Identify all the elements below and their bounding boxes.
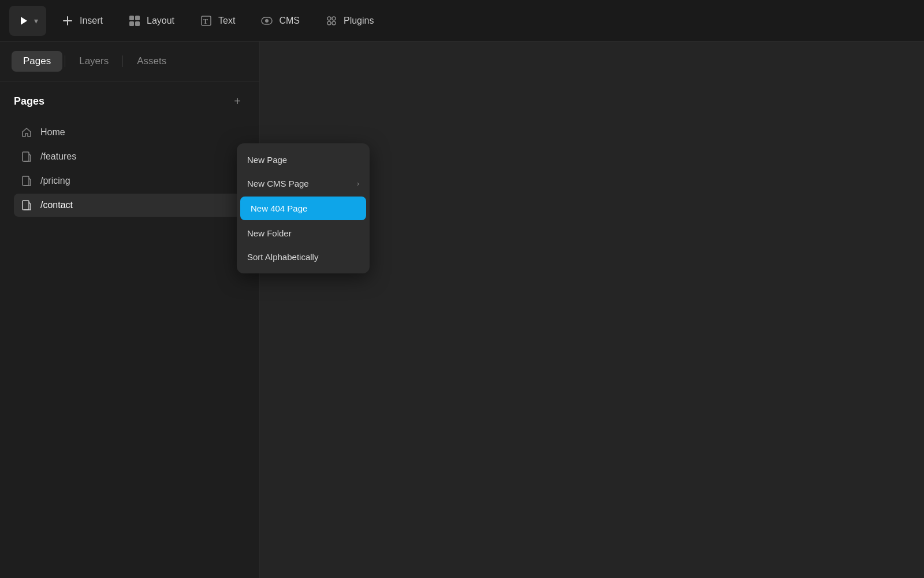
- plugins-icon: [325, 14, 338, 27]
- text-icon: T: [200, 14, 213, 27]
- main-canvas: [260, 42, 924, 578]
- cms-button[interactable]: CMS: [250, 6, 310, 36]
- svg-rect-2: [129, 16, 134, 20]
- menu-sort-alphabetically-label: Sort Alphabetically: [247, 252, 318, 262]
- menu-new-folder-label: New Folder: [247, 228, 292, 238]
- page-icon-pricing: [21, 175, 32, 187]
- plugins-button[interactable]: Plugins: [315, 6, 384, 36]
- svg-point-10: [327, 17, 331, 20]
- menu-item-new-folder[interactable]: New Folder: [237, 221, 370, 245]
- menu-item-new-page[interactable]: New Page: [237, 148, 370, 172]
- insert-label: Insert: [80, 16, 103, 26]
- cms-label: CMS: [279, 16, 300, 26]
- layout-label: Layout: [147, 16, 174, 26]
- svg-rect-16: [23, 201, 29, 210]
- tab-layers[interactable]: Layers: [68, 51, 120, 72]
- svg-point-12: [327, 21, 331, 25]
- page-item-pricing[interactable]: /pricing: [14, 169, 245, 192]
- left-panel: Pages Layers Assets Pages + Home: [0, 42, 260, 578]
- page-label-features: /features: [40, 151, 76, 162]
- cms-icon: [260, 14, 273, 27]
- svg-rect-4: [129, 21, 134, 26]
- add-page-button[interactable]: +: [229, 93, 245, 109]
- menu-item-new-cms-page[interactable]: New CMS Page ›: [237, 172, 370, 195]
- context-menu: New Page New CMS Page › New 404 Page New…: [237, 143, 370, 273]
- page-item-contact[interactable]: /contact: [14, 194, 245, 217]
- text-label: Text: [218, 16, 235, 26]
- page-icon-features: [21, 151, 32, 162]
- logo-icon: [18, 14, 31, 27]
- page-label-contact: /contact: [40, 200, 73, 210]
- page-item-features[interactable]: /features: [14, 145, 245, 168]
- menu-new-cms-page-label: New CMS Page: [247, 179, 309, 188]
- menu-item-new-404-page[interactable]: New 404 Page: [240, 197, 366, 220]
- page-icon-contact: [21, 199, 32, 211]
- svg-rect-3: [135, 16, 140, 20]
- pages-header: Pages +: [14, 93, 245, 109]
- svg-point-9: [265, 19, 269, 23]
- page-label-pricing: /pricing: [40, 176, 70, 186]
- svg-rect-5: [135, 21, 140, 26]
- page-label-home: Home: [40, 127, 65, 138]
- tab-divider-2: [122, 55, 123, 67]
- svg-rect-15: [23, 176, 29, 186]
- pages-title: Pages: [14, 95, 44, 108]
- logo-chevron-icon: ▾: [34, 16, 38, 25]
- tab-assets[interactable]: Assets: [125, 51, 178, 72]
- layout-button[interactable]: Layout: [118, 6, 185, 36]
- menu-new-page-label: New Page: [247, 155, 287, 165]
- menu-new-404-page-label: New 404 Page: [251, 203, 307, 213]
- logo-button[interactable]: ▾: [9, 6, 46, 36]
- plus-icon: [61, 14, 74, 27]
- tab-bar: Pages Layers Assets: [0, 42, 259, 81]
- svg-point-13: [332, 21, 336, 25]
- plugins-label: Plugins: [344, 16, 374, 26]
- svg-rect-14: [23, 152, 29, 161]
- toolbar: ▾ Insert Layout T Text: [0, 0, 924, 42]
- tab-pages[interactable]: Pages: [12, 51, 62, 72]
- tab-divider: [65, 55, 65, 67]
- svg-rect-1: [63, 20, 72, 21]
- chevron-right-icon: ›: [357, 180, 359, 188]
- layout-icon: [128, 14, 141, 27]
- page-item-home[interactable]: Home: [14, 121, 245, 144]
- text-button[interactable]: T Text: [189, 6, 245, 36]
- svg-point-11: [332, 17, 336, 20]
- insert-button[interactable]: Insert: [51, 6, 113, 36]
- home-icon: [21, 127, 32, 138]
- menu-item-sort-alphabetically[interactable]: Sort Alphabetically: [237, 245, 370, 269]
- pages-section: Pages + Home /features: [0, 81, 259, 227]
- svg-text:T: T: [203, 17, 208, 25]
